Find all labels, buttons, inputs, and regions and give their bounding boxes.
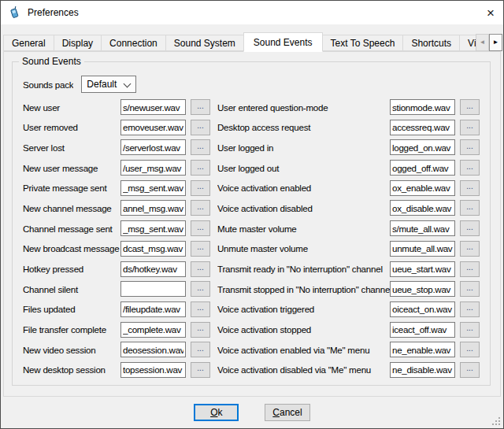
sound-file-input[interactable] (120, 99, 186, 115)
sound-file-input[interactable] (390, 139, 455, 155)
browse-button[interactable]: ... (191, 301, 210, 317)
tab-scroll-left-button[interactable]: ◄ (476, 34, 489, 51)
browse-button[interactable]: ... (191, 342, 210, 357)
sound-event-row: New broadcast message ... Unmute master … (23, 241, 480, 257)
ok-button[interactable]: Ok (194, 404, 239, 421)
event-label: New broadcast message (23, 243, 120, 253)
tab-sound-system[interactable]: Sound System (165, 35, 244, 51)
sound-event-row: Channel message sent ... Mute master vol… (23, 220, 480, 236)
browse-button[interactable]: ... (191, 220, 210, 236)
sound-file-input[interactable] (120, 261, 186, 277)
close-button[interactable]: × (478, 1, 503, 24)
browse-button[interactable]: ... (191, 200, 210, 216)
sound-file-input[interactable] (390, 301, 455, 317)
sounds-pack-row: Sounds pack Default (23, 76, 480, 93)
sound-event-row: File transfer complete ... Voice activat… (23, 322, 480, 338)
browse-button[interactable]: ... (191, 99, 210, 115)
sound-file-input[interactable] (390, 362, 455, 378)
groupbox-legend: Sound Events (19, 56, 84, 68)
browse-button[interactable]: ... (191, 120, 210, 135)
sound-file-input[interactable] (390, 342, 455, 357)
tab-text-to-speech[interactable]: Text To Speech (322, 35, 404, 51)
browse-button[interactable]: ... (460, 220, 480, 236)
sounds-pack-value: Default (87, 79, 117, 90)
sound-file-input[interactable] (120, 220, 186, 236)
event-label: Unmute master volume (217, 243, 390, 253)
event-label: Channel silent (23, 284, 120, 294)
sound-file-input[interactable] (120, 362, 186, 378)
sound-file-input[interactable] (390, 120, 455, 135)
sound-file-input[interactable] (120, 342, 186, 357)
sounds-pack-label: Sounds pack (23, 80, 73, 90)
sound-file-input[interactable] (120, 139, 186, 155)
browse-button[interactable]: ... (460, 120, 480, 135)
event-label: Transmit stopped in "No interruption" ch… (217, 284, 390, 294)
tab-scrollers: ◄ ► (476, 34, 502, 51)
tab-general[interactable]: General (3, 35, 54, 51)
browse-button[interactable]: ... (460, 281, 480, 297)
sound-file-input[interactable] (120, 281, 186, 297)
event-label: Files updated (23, 304, 120, 314)
sound-file-input[interactable] (390, 99, 455, 115)
browse-button[interactable]: ... (460, 362, 480, 378)
event-label: Voice activation triggered (217, 304, 390, 314)
sound-file-input[interactable] (120, 160, 186, 176)
browse-button[interactable]: ... (460, 180, 480, 196)
browse-button[interactable]: ... (460, 139, 480, 155)
browse-button[interactable]: ... (191, 241, 210, 257)
event-label: New channel message (23, 203, 120, 213)
sound-file-input[interactable] (390, 261, 455, 277)
sounds-pack-combobox[interactable]: Default (81, 76, 136, 93)
browse-button[interactable]: ... (460, 99, 480, 115)
event-label: User removed (23, 122, 120, 132)
browse-button[interactable]: ... (191, 281, 210, 297)
sound-file-input[interactable] (120, 180, 186, 196)
browse-button[interactable]: ... (191, 261, 210, 277)
tab-bar: GeneralDisplayConnectionSound SystemSoun… (1, 24, 503, 51)
tab-connection[interactable]: Connection (101, 35, 166, 51)
browse-button[interactable]: ... (191, 362, 210, 378)
browse-button[interactable]: ... (191, 180, 210, 196)
tab-sound-events[interactable]: Sound Events (243, 32, 323, 52)
sound-file-input[interactable] (120, 322, 186, 338)
sound-file-input[interactable] (390, 160, 455, 176)
sound-file-input[interactable] (390, 322, 455, 338)
sound-file-input[interactable] (390, 281, 455, 297)
sound-event-row: User removed ... Desktop access request … (23, 120, 480, 135)
sound-file-input[interactable] (390, 180, 455, 196)
browse-button[interactable]: ... (191, 139, 210, 155)
cancel-button[interactable]: Cancel (265, 404, 309, 421)
browse-button[interactable]: ... (460, 200, 480, 216)
tab-scroll-right-button[interactable]: ► (489, 34, 502, 51)
sound-event-row: Private message sent ... Voice activatio… (23, 180, 480, 196)
preferences-dialog: Preferences × GeneralDisplayConnectionSo… (0, 0, 504, 429)
sound-file-input[interactable] (390, 220, 455, 236)
event-label: Voice activation enabled via "Me" menu (217, 345, 390, 355)
close-icon: × (487, 6, 495, 20)
browse-button[interactable]: ... (191, 160, 210, 176)
sound-file-input[interactable] (120, 120, 186, 135)
sound-file-input[interactable] (390, 241, 455, 257)
browse-button[interactable]: ... (460, 241, 480, 257)
event-label: Channel message sent (23, 224, 120, 234)
app-icon (8, 6, 20, 19)
tab-shortcuts[interactable]: Shortcuts (402, 35, 460, 51)
browse-button[interactable]: ... (460, 261, 480, 277)
browse-button[interactable]: ... (460, 160, 480, 176)
event-label: User entered question-mode (217, 102, 390, 113)
sound-file-input[interactable] (390, 200, 455, 216)
browse-button[interactable]: ... (460, 322, 480, 338)
tab-display[interactable]: Display (54, 35, 102, 51)
sound-file-input[interactable] (120, 200, 186, 216)
sound-event-row: New user ... User entered question-mode … (23, 99, 480, 115)
event-label: Desktop access request (217, 122, 390, 132)
event-label: Voice activation enabled (217, 183, 390, 193)
browse-button[interactable]: ... (191, 322, 210, 338)
sound-file-input[interactable] (120, 301, 186, 317)
resize-grip[interactable] (492, 417, 501, 426)
browse-button[interactable]: ... (460, 342, 480, 357)
sound-file-input[interactable] (120, 241, 186, 257)
browse-button[interactable]: ... (460, 301, 480, 317)
event-label: New desktop session (23, 364, 120, 375)
sound-events-rows: New user ... User entered question-mode … (23, 99, 480, 378)
